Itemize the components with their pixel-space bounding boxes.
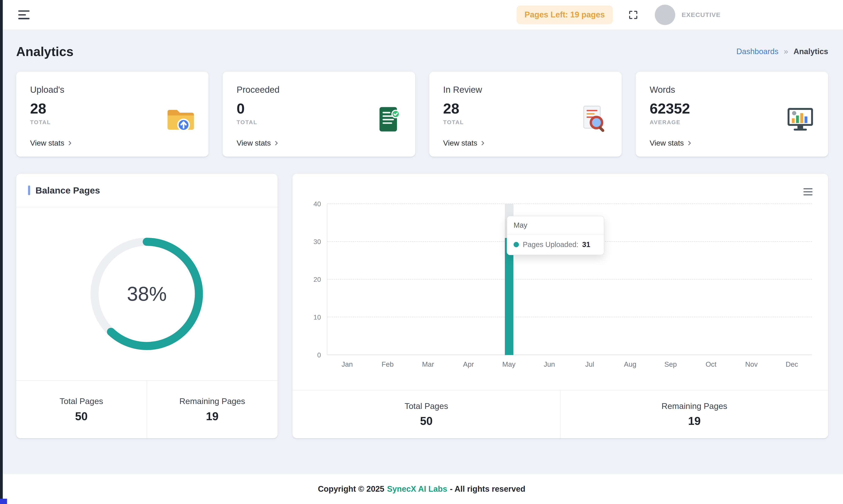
chevron-right-icon (686, 140, 693, 147)
tooltip-title: May (507, 216, 604, 235)
pages-uploaded-chart-card: May Pages Uploaded: 31 010203040 JanFebM… (292, 174, 828, 438)
series-color-dot (514, 242, 519, 247)
bar-column-oct (691, 204, 731, 355)
avatar[interactable] (655, 5, 675, 25)
fullscreen-icon[interactable] (627, 8, 640, 21)
tooltip-value: 31 (582, 240, 590, 249)
remaining-pages-value: 19 (206, 410, 219, 423)
tooltip-series-label: Pages Uploaded: (523, 240, 578, 249)
menu-toggle-button[interactable] (16, 8, 32, 21)
balance-pages-card: Balance Pages 38% Total Pages 50 (16, 174, 278, 438)
page-footer: Copyright © 2025 SynecX AI Labs - All ri… (0, 474, 843, 504)
total-pages-value: 50 (75, 410, 88, 423)
copyright-prefix: Copyright © 2025 (318, 485, 384, 493)
chevron-right-icon (67, 140, 73, 147)
pages-left-badge[interactable]: Pages Left: 19 pages (517, 5, 613, 24)
chart-menu-icon[interactable] (802, 187, 814, 197)
remaining-pages-label: Remaining Pages (179, 396, 245, 406)
x-axis-label-dec: Dec (772, 360, 812, 371)
breadcrumb: Dashboards » Analytics (736, 47, 828, 56)
folder-upload-icon (166, 104, 196, 134)
remaining-pages-cell: Remaining Pages 19 (560, 391, 828, 438)
tooltip-body: Pages Uploaded: 31 (507, 234, 604, 255)
remaining-pages-value: 19 (688, 414, 701, 427)
bar-column-sep (651, 204, 691, 355)
document-search-icon (579, 104, 609, 134)
balance-donut-chart: 38% (86, 233, 207, 354)
x-axis-label-may: May (489, 360, 529, 371)
bar-column-nov (731, 204, 772, 355)
x-axis-label-mar: Mar (408, 360, 448, 371)
remaining-pages-cell: Remaining Pages 19 (147, 381, 277, 438)
page-header: Analytics Dashboards » Analytics (16, 30, 828, 59)
x-axis-label-jan: Jan (327, 360, 367, 371)
bar-column-mar (408, 204, 449, 355)
copyright-suffix: - All rights reserved (450, 485, 525, 493)
bar-column-aug (610, 204, 651, 355)
stat-card-words: Words 62352 AVERAGE View stats (636, 72, 828, 157)
bar-column-feb (368, 204, 408, 355)
y-axis-tick-label: 20 (313, 275, 321, 283)
bar-column-apr (449, 204, 489, 355)
breadcrumb-current: Analytics (793, 47, 828, 56)
view-stats-link[interactable]: View stats (650, 139, 693, 147)
total-pages-cell: Total Pages 50 (292, 391, 560, 438)
x-axis-label-jun: Jun (529, 360, 569, 371)
x-axis-label-nov: Nov (731, 360, 772, 371)
y-axis-tick-label: 0 (317, 351, 321, 359)
x-axis-label-jul: Jul (569, 360, 610, 371)
donut-percent-label: 38% (86, 233, 207, 354)
bar-column-jan (327, 204, 368, 355)
chevron-right-icon (273, 140, 280, 147)
total-pages-cell: Total Pages 50 (16, 381, 147, 438)
chart-card-footer: Total Pages 50 Remaining Pages 19 (292, 390, 828, 438)
topbar: Pages Left: 19 pages EXECUTIVE (0, 0, 843, 30)
lower-row: Balance Pages 38% Total Pages 50 (16, 174, 828, 438)
x-axis-label-apr: Apr (448, 360, 488, 371)
view-stats-label: View stats (237, 139, 271, 147)
y-axis-tick-label: 10 (313, 313, 321, 321)
monitor-chart-icon (785, 104, 815, 134)
chevron-right-icon (479, 140, 486, 147)
sidebar-bottom-accent (0, 499, 7, 504)
hamburger-line (18, 18, 30, 19)
hamburger-line (18, 14, 26, 16)
bar-chart-xlabels: JanFebMarAprMayJunJulAugSepOctNovDec (327, 360, 812, 371)
bar-chart-body: May Pages Uploaded: 31 010203040 JanFebM… (292, 174, 828, 371)
view-stats-label: View stats (443, 139, 477, 147)
total-pages-value: 50 (420, 414, 433, 427)
stat-card-uploads: Upload's 28 TOTAL View stats (16, 72, 209, 157)
app-root: Pages Left: 19 pages EXECUTIVE Analytics… (0, 0, 843, 504)
y-axis-tick-label: 30 (313, 238, 321, 246)
bar-chart-plot: May Pages Uploaded: 31 010203040 (327, 204, 812, 355)
balance-card-footer: Total Pages 50 Remaining Pages 19 (16, 380, 278, 438)
stat-cards-row: Upload's 28 TOTAL View stats (16, 72, 828, 157)
view-stats-link[interactable]: View stats (237, 139, 280, 147)
stat-card-title: Words (650, 85, 814, 95)
view-stats-link[interactable]: View stats (443, 139, 486, 147)
view-stats-label: View stats (650, 139, 684, 147)
view-stats-link[interactable]: View stats (30, 139, 73, 147)
x-axis-label-sep: Sep (650, 360, 691, 371)
topbar-right-group: Pages Left: 19 pages EXECUTIVE (517, 5, 721, 25)
balance-card-title: Balance Pages (35, 185, 100, 196)
x-axis-label-oct: Oct (691, 360, 731, 371)
breadcrumb-separator: » (784, 47, 788, 56)
bar-may[interactable] (505, 238, 514, 355)
stat-card-title: In Review (443, 85, 608, 95)
hamburger-line (18, 11, 30, 12)
breadcrumb-dashboards-link[interactable]: Dashboards (736, 47, 778, 56)
user-role-label: EXECUTIVE (682, 11, 721, 18)
brand-link[interactable]: SynecX AI Labs (387, 485, 447, 493)
stat-card-in-review: In Review 28 TOTAL View stats (429, 72, 622, 157)
stat-card-title: Proceeded (237, 85, 401, 95)
balance-card-header: Balance Pages (16, 174, 278, 207)
stat-card-title: Upload's (30, 85, 195, 95)
total-pages-label: Total Pages (405, 401, 448, 411)
collapsed-sidebar[interactable] (0, 0, 3, 504)
bar-column-dec (772, 204, 812, 355)
view-stats-label: View stats (30, 139, 64, 147)
page-title: Analytics (16, 44, 73, 59)
main-content: Analytics Dashboards » Analytics Upload'… (0, 30, 843, 438)
header-accent-bar (28, 185, 30, 195)
